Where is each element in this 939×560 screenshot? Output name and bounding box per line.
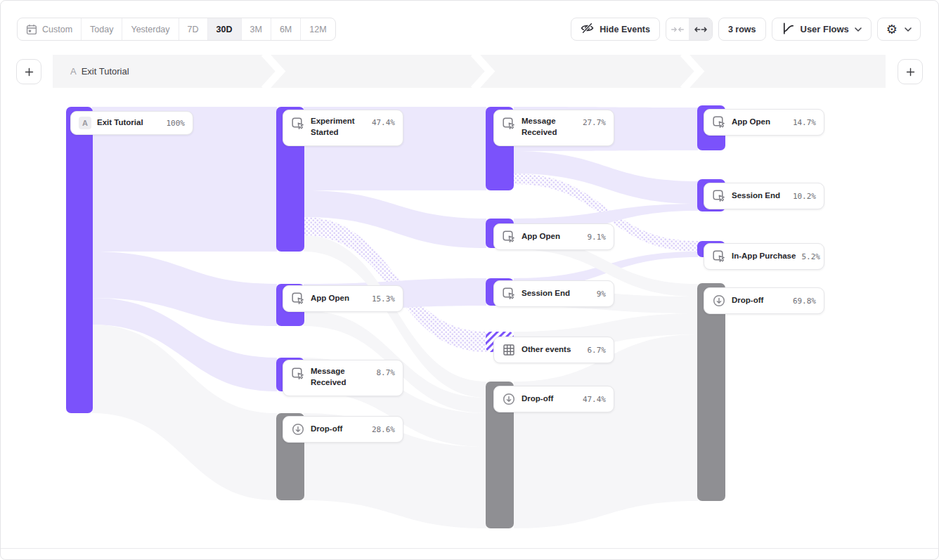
hide-events-button[interactable]: Hide Events bbox=[571, 18, 660, 41]
flow-node-drop-off[interactable]: Drop-off 69.8% bbox=[704, 287, 824, 314]
steps-header-bar: A Exit Tutorial bbox=[53, 55, 886, 88]
event-icon bbox=[502, 287, 516, 301]
node-percentage: 9.1% bbox=[588, 233, 607, 242]
sankey-node-bar[interactable] bbox=[66, 107, 93, 413]
view-selector-button[interactable]: User Flows bbox=[772, 18, 872, 41]
rows-button[interactable]: 3 rows bbox=[718, 18, 766, 41]
node-label: Session End bbox=[732, 190, 780, 202]
chevron-down-icon bbox=[855, 27, 862, 32]
date-range-picker: Custom Today Yesterday 7D 30D 3M 6M 12M bbox=[17, 18, 336, 41]
rows-label: 3 rows bbox=[728, 25, 756, 34]
event-icon bbox=[502, 117, 516, 131]
flow-node-experiment-started[interactable]: Experiment Started 47.4% bbox=[283, 110, 403, 146]
node-label: Exit Tutorial bbox=[97, 117, 143, 129]
hide-events-label: Hide Events bbox=[600, 25, 650, 34]
flow-node-drop-off[interactable]: Drop-off 28.6% bbox=[283, 416, 403, 443]
dropoff-icon bbox=[291, 422, 305, 436]
date-range-30d[interactable]: 30D bbox=[207, 18, 241, 40]
node-percentage: 47.4% bbox=[583, 395, 606, 404]
node-percentage: 9% bbox=[597, 289, 606, 299]
event-icon bbox=[712, 189, 726, 203]
column-width-toggle bbox=[666, 18, 713, 41]
add-step-after-button[interactable] bbox=[898, 59, 923, 84]
sankey-dropoff-bar[interactable] bbox=[697, 283, 725, 501]
node-label: Drop-off bbox=[522, 393, 553, 405]
date-range-7d[interactable]: 7D bbox=[179, 18, 207, 40]
node-percentage: 28.6% bbox=[372, 425, 395, 434]
collapse-columns-button[interactable] bbox=[666, 18, 689, 40]
collapse-icon bbox=[671, 25, 685, 34]
node-label: Other events bbox=[522, 344, 571, 356]
event-icon bbox=[502, 230, 516, 244]
date-range-label: Custom bbox=[42, 25, 72, 34]
step-title: Exit Tutorial bbox=[82, 66, 129, 77]
date-range-yesterday[interactable]: Yesterday bbox=[122, 18, 178, 40]
plus-icon bbox=[24, 67, 34, 77]
flow-node-session-end[interactable]: Session End 10.2% bbox=[704, 183, 824, 209]
node-label: App Open bbox=[732, 117, 770, 128]
view-selector-label: User Flows bbox=[801, 24, 849, 34]
date-range-custom[interactable]: Custom bbox=[18, 18, 81, 40]
step-chevron-separators bbox=[53, 55, 886, 88]
date-range-3m[interactable]: 3M bbox=[241, 18, 271, 40]
node-label: App Open bbox=[522, 231, 560, 242]
settings-button[interactable]: ⚙ bbox=[877, 18, 921, 41]
node-percentage: 27.7% bbox=[583, 118, 606, 127]
top-toolbar: Custom Today Yesterday 7D 30D 3M 6M 12M … bbox=[17, 18, 921, 41]
add-step-before-button[interactable] bbox=[16, 59, 41, 84]
gear-icon: ⚙ bbox=[886, 23, 898, 36]
node-label: In-App Purchase bbox=[732, 251, 796, 262]
step-a-badge: A bbox=[79, 117, 91, 129]
event-icon bbox=[712, 249, 726, 263]
event-icon bbox=[291, 117, 305, 131]
node-percentage: 100% bbox=[167, 119, 186, 128]
flow-node-exit-tutorial[interactable]: A Exit Tutorial 100% bbox=[70, 111, 193, 135]
flow-node-message-received[interactable]: Message Received 8.7% bbox=[283, 360, 403, 396]
event-icon bbox=[291, 367, 305, 381]
flows-chart-icon bbox=[782, 22, 795, 37]
dropoff-icon bbox=[502, 392, 516, 406]
node-label: App Open bbox=[311, 293, 349, 304]
flow-node-app-open[interactable]: App Open 14.7% bbox=[704, 109, 824, 136]
flow-node-app-open[interactable]: App Open 9.1% bbox=[493, 223, 614, 250]
node-percentage: 10.2% bbox=[793, 192, 816, 201]
node-label: Session End bbox=[522, 288, 570, 299]
node-label: Experiment Started bbox=[311, 116, 366, 138]
flow-node-drop-off[interactable]: Drop-off 47.4% bbox=[493, 386, 614, 412]
node-percentage: 6.7% bbox=[588, 346, 607, 355]
node-label: Message Received bbox=[311, 366, 367, 388]
step-a-header[interactable]: A Exit Tutorial bbox=[70, 55, 129, 88]
node-percentage: 15.3% bbox=[372, 294, 395, 304]
node-percentage: 14.7% bbox=[793, 118, 816, 127]
grid-icon bbox=[502, 343, 516, 357]
flow-node-app-open[interactable]: App Open 15.3% bbox=[283, 285, 403, 312]
node-percentage: 47.4% bbox=[372, 118, 395, 127]
event-icon bbox=[712, 115, 726, 129]
date-range-6m[interactable]: 6M bbox=[271, 18, 300, 40]
plus-icon bbox=[905, 67, 916, 77]
node-percentage: 69.8% bbox=[793, 297, 816, 306]
node-percentage: 8.7% bbox=[377, 368, 396, 377]
expand-columns-button[interactable] bbox=[689, 18, 712, 40]
event-icon bbox=[291, 292, 305, 306]
node-percentage: 5.2% bbox=[801, 252, 820, 261]
node-label: Drop-off bbox=[732, 295, 763, 306]
date-range-today[interactable]: Today bbox=[81, 18, 122, 40]
step-letter: A bbox=[70, 66, 77, 77]
flow-node-session-end[interactable]: Session End 9% bbox=[493, 280, 614, 307]
dropoff-icon bbox=[712, 294, 726, 308]
node-label: Drop-off bbox=[311, 424, 342, 435]
flow-node-other-events[interactable]: Other events 6.7% bbox=[493, 337, 614, 363]
eye-off-icon bbox=[581, 22, 594, 36]
canvas-bottom-divider bbox=[1, 548, 938, 549]
flow-node-in-app-purchase[interactable]: In-App Purchase 5.2% bbox=[704, 243, 824, 270]
sankey-dropoff-band[interactable] bbox=[514, 334, 698, 528]
chevron-down-icon bbox=[905, 27, 912, 32]
expand-icon bbox=[694, 25, 708, 34]
node-label: Message Received bbox=[522, 116, 577, 138]
flow-node-message-received[interactable]: Message Received 27.7% bbox=[493, 110, 614, 146]
date-range-12m[interactable]: 12M bbox=[300, 18, 335, 40]
calendar-icon bbox=[26, 24, 37, 35]
